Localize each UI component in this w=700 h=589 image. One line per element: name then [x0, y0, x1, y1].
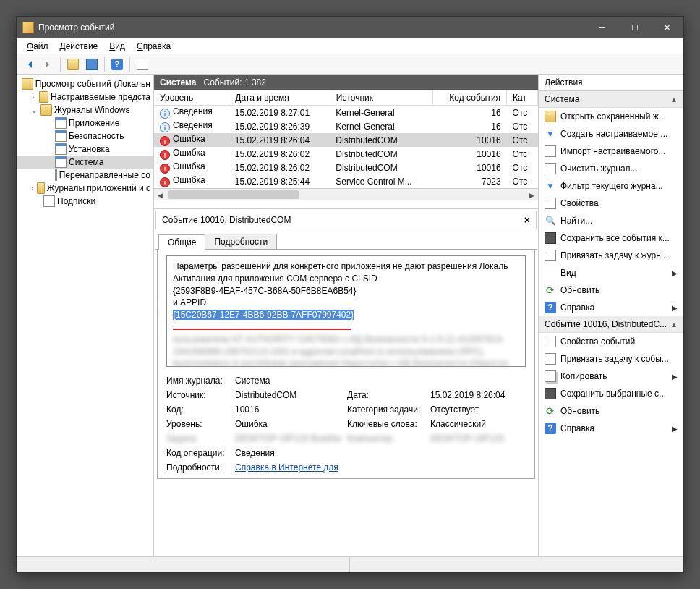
action-savesel[interactable]: Сохранить выбранные с...: [539, 385, 683, 402]
tree-custom-views[interactable]: ›Настраиваемые предста: [17, 90, 153, 103]
tab-details[interactable]: Подробности: [205, 234, 277, 249]
col-level[interactable]: Уровень: [154, 90, 229, 106]
action-refresh2[interactable]: ⟳Обновить: [539, 402, 683, 420]
table-row[interactable]: !Ошибка15.02.2019 8:25:44Service Control…: [154, 174, 538, 188]
tree-root[interactable]: Просмотр событий (Локальн: [17, 77, 153, 90]
menu-view[interactable]: Вид: [103, 40, 131, 53]
menu-file[interactable]: Файл: [21, 40, 54, 53]
forward-button[interactable]: [40, 56, 56, 72]
action-refresh[interactable]: ⟳Обновить: [539, 281, 683, 299]
tree-forwarded[interactable]: Перенаправленные со: [17, 169, 153, 182]
table-row[interactable]: !Ошибка15.02.2019 8:26:02DistributedCOM1…: [154, 147, 538, 161]
scroll-left-icon[interactable]: ◀: [154, 189, 166, 201]
detail-tabs: Общие Подробности: [155, 234, 537, 250]
actions-panel: Действия Система▲ Открыть сохраненный ж.…: [539, 75, 683, 556]
tree-system[interactable]: Система: [17, 156, 153, 169]
collapse-icon[interactable]: ▲: [670, 321, 678, 329]
menu-help[interactable]: Справка: [131, 40, 176, 53]
tree-panel[interactable]: Просмотр событий (Локальн ›Настраиваемые…: [17, 75, 154, 556]
toolbar-btn-1[interactable]: [65, 56, 81, 72]
window-title: Просмотр событий: [38, 22, 114, 33]
app-icon: [22, 22, 34, 33]
action-clear[interactable]: Очистить журнал...: [539, 160, 683, 177]
action-open[interactable]: Открыть сохраненный ж...: [539, 108, 683, 125]
action-create[interactable]: ▼Создать настраиваемое ...: [539, 125, 683, 143]
titlebar: Просмотр событий ─ ☐ ✕: [17, 17, 683, 38]
col-date[interactable]: Дата и время: [229, 90, 330, 106]
action-import[interactable]: Импорт настраиваемого...: [539, 143, 683, 160]
events-header: Система Событий: 1 382: [154, 75, 538, 90]
actions-title: Действия: [539, 75, 683, 91]
menu-action[interactable]: Действие: [54, 40, 104, 53]
toolbar-btn-2[interactable]: [84, 56, 100, 72]
col-source[interactable]: Источник: [330, 90, 432, 106]
statusbar: [17, 556, 683, 572]
close-button[interactable]: ✕: [651, 17, 683, 38]
action-bind[interactable]: Привязать задачу к журн...: [539, 247, 683, 264]
event-viewer-window: Просмотр событий ─ ☐ ✕ Файл Действие Вид…: [16, 16, 684, 573]
action-find[interactable]: 🔍Найти...: [539, 212, 683, 229]
detail-panel: Событие 10016, DistributedCOM × Общие По…: [154, 209, 538, 556]
action-evprops[interactable]: Свойства событий: [539, 333, 683, 350]
tree-subscriptions[interactable]: Подписки: [17, 195, 153, 208]
detail-close-icon[interactable]: ×: [524, 214, 530, 226]
tree-app-services[interactable]: ›Журналы приложений и с: [17, 182, 153, 195]
events-count: Событий: 1 382: [204, 77, 266, 88]
scroll-thumb[interactable]: [168, 190, 299, 199]
table-row[interactable]: !Ошибка15.02.2019 8:26:02DistributedCOM1…: [154, 161, 538, 174]
col-cat[interactable]: Кат: [507, 90, 538, 106]
detail-header: Событие 10016, DistributedCOM ×: [155, 211, 537, 229]
scroll-right-icon[interactable]: ▶: [526, 189, 538, 201]
description-box[interactable]: Параметры разрешений для конкретного при…: [166, 255, 526, 367]
menubar: Файл Действие Вид Справка: [17, 38, 683, 54]
tree-application[interactable]: Приложение: [17, 116, 153, 130]
action-props[interactable]: Свойства: [539, 195, 683, 212]
action-bindtask[interactable]: Привязать задачу к собы...: [539, 350, 683, 368]
col-code[interactable]: Код события: [432, 90, 507, 106]
help-button[interactable]: ?: [109, 56, 125, 72]
action-filter[interactable]: ▼Фильтр текущего журна...: [539, 177, 683, 195]
action-saveall[interactable]: Сохранить все события к...: [539, 229, 683, 247]
actions-group-system[interactable]: Система▲: [539, 91, 683, 108]
back-button[interactable]: [21, 56, 37, 72]
toolbar-btn-3[interactable]: [135, 56, 150, 72]
maximize-button[interactable]: ☐: [618, 17, 651, 38]
tree-setup[interactable]: Установка: [17, 143, 153, 156]
action-copy[interactable]: Копировать▶: [539, 368, 683, 385]
table-row[interactable]: iСведения15.02.2019 8:27:01Kernel-Genera…: [154, 106, 538, 120]
minimize-button[interactable]: ─: [586, 17, 618, 38]
events-table: Уровень Дата и время Источник Код событи…: [154, 90, 538, 188]
help-link[interactable]: Справка в Интернете для: [235, 462, 338, 473]
tree-windows-logs[interactable]: ⌄Журналы Windows: [17, 103, 153, 116]
events-table-wrap[interactable]: Уровень Дата и время Источник Код событи…: [154, 90, 538, 209]
detail-title: Событие 10016, DistributedCOM: [162, 215, 291, 225]
tree-security[interactable]: Безопасность: [17, 130, 153, 143]
table-row[interactable]: !Ошибка15.02.2019 8:26:04DistributedCOM1…: [154, 133, 538, 147]
action-help[interactable]: ?Справка▶: [539, 299, 683, 316]
underline-mark: [173, 329, 351, 330]
action-view[interactable]: Вид▶: [539, 264, 683, 281]
h-scrollbar[interactable]: ◀ ▶: [154, 188, 538, 200]
table-row[interactable]: iСведения15.02.2019 8:26:39Kernel-Genera…: [154, 119, 538, 133]
tab-general[interactable]: Общие: [158, 234, 205, 250]
main-area: Просмотр событий (Локальн ›Настраиваемые…: [17, 75, 683, 556]
center-panel: Система Событий: 1 382 Уровень Дата и вр…: [154, 75, 539, 556]
events-header-name: Система: [160, 77, 197, 88]
collapse-icon[interactable]: ▲: [670, 96, 678, 103]
toolbar: ?: [17, 54, 683, 75]
selected-appid[interactable]: {15C20B67-12E7-4BB6-92BB-7AFF07997402}: [173, 310, 354, 320]
event-properties: Имя журнала:Система Источник:Distributed…: [166, 376, 526, 473]
actions-group-event[interactable]: Событие 10016, DistributedC...▲: [539, 316, 683, 333]
detail-body: Параметры разрешений для конкретного при…: [157, 250, 535, 479]
action-help2[interactable]: ?Справка▶: [539, 420, 683, 437]
